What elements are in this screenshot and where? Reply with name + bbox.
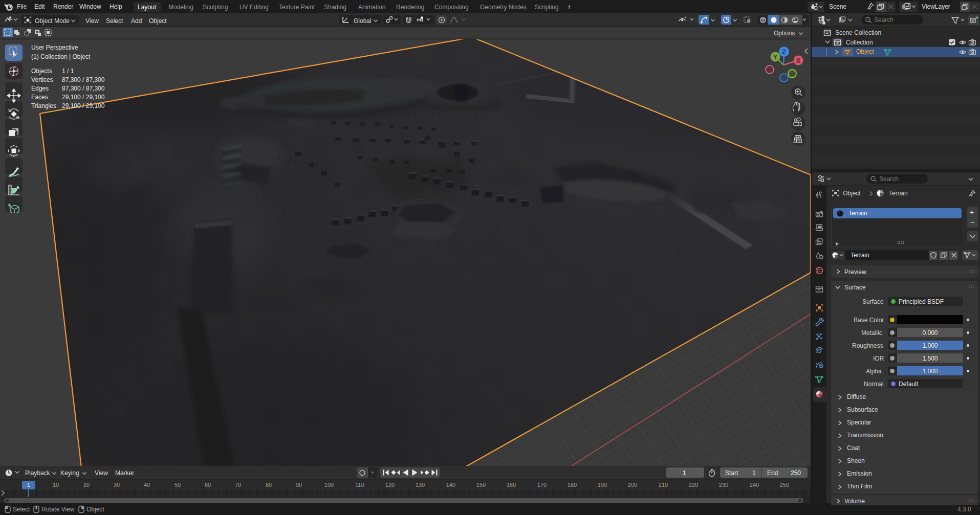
svg-text:Z: Z	[782, 49, 786, 56]
svg-text:Y: Y	[773, 54, 777, 61]
svg-text:X: X	[796, 57, 800, 64]
